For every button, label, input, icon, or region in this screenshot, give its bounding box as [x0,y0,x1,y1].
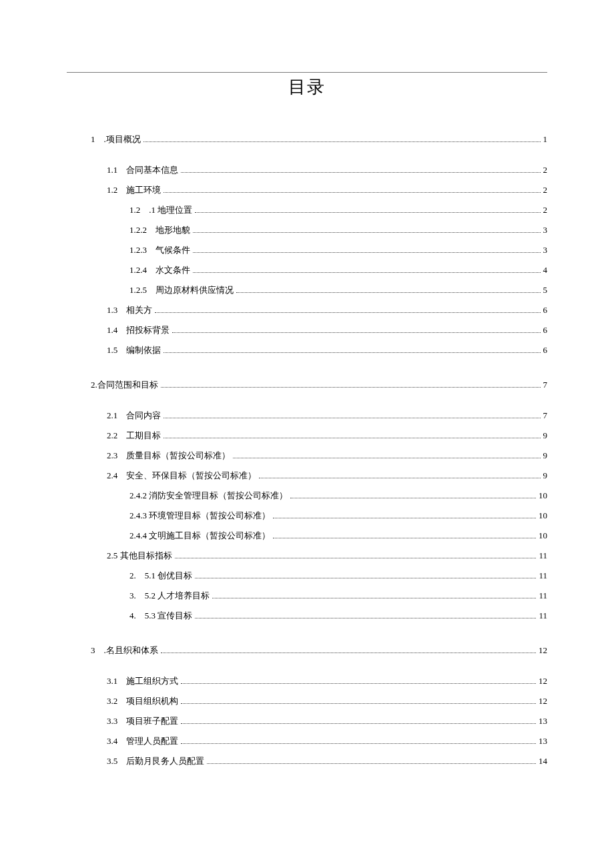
toc-entry-number: 2.4 [107,470,117,480]
toc-leader-dots [195,207,540,213]
toc-entry: 4. 5.3 宣传目标11 [67,606,547,636]
toc-entry-page: 11 [539,571,547,580]
toc-entry-number: 2.3 [107,450,117,460]
toc-entry-separator [117,305,126,315]
toc-leader-dots [181,678,536,684]
toc-entry-separator [147,225,156,235]
toc-entry: 1.2.3 气候条件3 [67,240,547,260]
toc-leader-dots [161,382,541,388]
toc-entry-separator: . [95,645,106,655]
toc-entry-number: 2. [129,570,136,580]
toc-leader-dots [273,532,536,538]
toc-entry-number: 2. [91,380,97,390]
toc-entry-number: 1.5 [107,345,117,355]
toc-entry-text: 环境管理目标（暂按公司标准） [149,510,270,520]
toc-entry-text: 管理人员配置 [126,736,178,746]
toc-leader-dots [155,307,540,313]
toc-entry: 1.4 招投标背景6 [67,320,547,340]
toc-entry-number: 3.5 [107,756,117,766]
toc-entry-text: 后勤月艮务人员配置 [126,756,204,766]
toc-entry-label: 2.3 质量目标（暂按公司标准） [107,451,230,460]
toc-entry-text: 质量目标（暂按公司标准） [126,450,230,460]
toc-entry-text: 5.1 创优目标 [145,570,193,580]
toc-entry-page: 1 [543,135,548,143]
toc-entry-text: 相关方 [126,305,152,315]
toc-leader-dots [161,647,536,653]
toc-entry-label: 1.1 合同基本信息 [107,165,178,174]
toc-entry: 2.合同范围和目标7 [67,371,547,406]
toc-entry-text: 气候条件 [156,245,190,255]
toc-entry-label: 2.5 其他目标指标 [107,551,172,560]
toc-entry-page: 11 [539,551,547,560]
toc-entry-text: 其他目标指标 [120,550,172,560]
toc-leader-dots [207,758,536,764]
toc-entry-separator [117,450,126,460]
toc-entry-text: 工期目标 [126,430,161,440]
toc-leader-dots [164,187,540,193]
toc-leader-dots [143,136,541,142]
toc-entry-label: 3.4 管理人员配置 [107,737,178,745]
toc-entry-page: 9 [543,451,548,460]
toc-entry-label: 1.2.5 周边原材料供应情况 [129,286,234,294]
toc-entry-text: 施工环境 [126,185,161,195]
toc-entry-text: 合同基本信息 [126,165,178,175]
toc-entry-number: 3.2 [107,696,117,706]
toc-entry-text: 安全、环保目标（暂按公司标准） [126,470,256,480]
toc-entry: 3. 5.2 人才培养目标11 [67,586,547,606]
toc-entry-label: 2.4 安全、环保目标（暂按公司标准） [107,471,256,480]
toc-leader-dots [193,267,541,273]
toc-entry-text: 项目班子配置 [126,716,178,726]
toc-entry-number: 1.2 [107,185,117,195]
toc-entry-separator: . [95,134,106,144]
toc-entry: 2.1 合同内容7 [67,406,547,426]
toc-entry: 3 .名且织和体系12 [67,636,547,671]
toc-entry-separator [147,245,156,255]
toc-entry-number: 1.2.5 [129,285,147,295]
toc-entry-number: 3.4 [107,736,117,746]
toc-entry-label: 1.2 .1 地理位置 [129,205,192,214]
toc-entry-number: 2.4.2 [129,490,147,500]
toc-entry: 1 .项目概况1 [67,125,547,160]
toc-entry-number: 1.2.3 [129,245,147,255]
toc-entry: 1.2 .1 地理位置2 [67,200,547,220]
toc-entry: 3.1 施工组织方式12 [67,671,547,691]
toc-entry: 2.3 质量目标（暂按公司标准）9 [67,446,547,466]
toc-entry-label: 2.4.3 环境管理目标（暂按公司标准） [129,511,270,520]
toc-entry-text: 施工组织方式 [126,676,178,686]
toc-entry: 3.4 管理人员配置13 [67,731,547,751]
toc-title: 目录 [67,75,547,99]
toc-leader-dots [273,512,536,518]
toc-entry-number: 2.1 [107,410,117,420]
toc-entry-page: 6 [543,326,548,334]
toc-entry-text: 合同内容 [126,410,161,420]
toc-entry-label: 1.2.3 气候条件 [129,246,190,254]
toc-entry-separator [140,205,149,215]
toc-entry-separator [117,185,126,195]
toc-entry-text: 水文条件 [156,265,190,275]
toc-entry-number: 1.2.4 [129,265,147,275]
toc-entry-number: 1.4 [107,325,117,335]
toc-entry-label: 2. 5.1 创优目标 [129,571,192,580]
toc-leader-dots [164,432,540,438]
toc-entry: 2.5 其他目标指标11 [67,546,547,566]
toc-entry-separator [136,590,145,600]
toc-entry-text: 名且织和体系 [106,645,158,655]
toc-entry: 1.2.4 水文条件4 [67,260,547,280]
toc-leader-dots [290,492,536,498]
toc-leader-dots [193,247,541,253]
toc-entry: 1.2 施工环境2 [67,180,547,200]
toc-entry-text: .1 地理位置 [149,205,192,215]
toc-entry: 1.2.5 周边原材料供应情况5 [67,280,547,300]
toc-entry-page: 13 [539,737,547,745]
toc-entry-page: 3 [543,226,548,234]
toc-leader-dots [164,412,540,418]
toc-entry-text: 消防安全管理目标（暂按公司标准） [149,490,288,500]
toc-entry-separator [117,716,126,726]
toc-entry-page: 9 [543,471,548,480]
toc-entry-separator [136,610,145,620]
toc-entry-number: 1.1 [107,165,117,175]
toc-leader-dots [195,572,536,578]
toc-entry-separator [117,756,126,766]
toc-entry-label: 3.2 项目组织机构 [107,697,178,705]
toc-entry-text: 项目组织机构 [126,696,178,706]
